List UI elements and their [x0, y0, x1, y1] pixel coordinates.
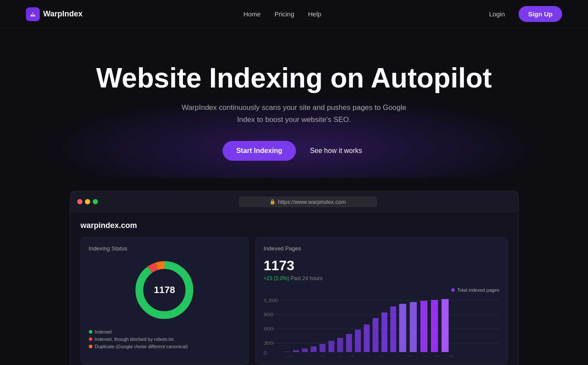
indexed-pages-title: Indexed Pages — [264, 245, 499, 252]
svg-rect-21 — [346, 334, 352, 352]
traffic-light-green — [93, 199, 98, 204]
nav-links: Home Pricing Help — [243, 10, 321, 18]
svg-text:Apr, 19: Apr, 19 — [367, 355, 384, 356]
nav-link-pricing[interactable]: Pricing — [274, 10, 294, 18]
donut-chart: 1178 — [89, 258, 241, 322]
legend-dot-blocked — [89, 337, 92, 341]
bar-chart: 1,200 900 600 300 0 — [264, 296, 499, 356]
svg-rect-28 — [410, 302, 417, 352]
indexed-change: +23 (2.0%) Past 24 hours — [264, 275, 499, 281]
svg-rect-14 — [284, 352, 290, 352]
hero-section: Website Indexing on Autopilot WarpIndex … — [0, 28, 588, 178]
svg-rect-27 — [399, 304, 406, 352]
indexed-count: 1173 — [264, 258, 499, 274]
traffic-lights — [77, 199, 98, 204]
svg-rect-22 — [355, 330, 361, 352]
logo-text: WarpIndex — [43, 9, 82, 19]
svg-rect-31 — [442, 299, 449, 352]
lock-icon: 🔒 — [270, 199, 276, 205]
legend-label-blocked: Indexed, though blocked by robots.txt — [95, 337, 174, 342]
indexed-change-period: Past 24 hours — [290, 275, 322, 281]
nav-actions: Login Sign Up — [482, 6, 562, 22]
legend-item-indexed: Indexed — [89, 329, 241, 334]
legend-item-duplicate: Duplicate (Google chose different canoni… — [89, 344, 241, 349]
browser-chrome: 🔒 https://www.warpindex.com — [70, 191, 519, 212]
legend: Indexed Indexed, though blocked by robot… — [89, 329, 241, 349]
legend-label-indexed: Indexed — [95, 329, 112, 334]
svg-text:Apr, 17: Apr, 17 — [338, 355, 355, 356]
legend-label-duplicate: Duplicate (Google chose different canoni… — [95, 344, 188, 349]
browser-mockup: 🔒 https://www.warpindex.com warpindex.co… — [61, 191, 527, 365]
donut-value: 1178 — [154, 284, 175, 296]
see-how-button[interactable]: See how it works — [306, 141, 365, 161]
indexed-change-positive: +23 (2.0%) — [264, 275, 289, 281]
logo[interactable]: WarpIndex — [26, 7, 82, 21]
svg-rect-19 — [328, 341, 334, 352]
svg-text:300: 300 — [264, 341, 274, 346]
dashboard-grid: Indexing Status 1178 — [81, 237, 508, 365]
svg-text:900: 900 — [264, 312, 274, 318]
svg-text:0: 0 — [264, 351, 267, 356]
bar-chart-svg: 1,200 900 600 300 0 — [264, 296, 499, 356]
svg-rect-26 — [390, 306, 396, 352]
traffic-light-yellow — [85, 199, 90, 204]
svg-text:Apr, 15: Apr, 15 — [308, 355, 325, 356]
nav-link-help[interactable]: Help — [308, 10, 321, 18]
svg-rect-17 — [311, 346, 317, 352]
svg-text:1,200: 1,200 — [264, 298, 279, 303]
hero-title: Website Indexing on Autopilot — [9, 63, 579, 93]
site-name: warpindex.com — [81, 221, 508, 230]
svg-text:600: 600 — [264, 327, 274, 332]
chart-legend: Total indexed pages — [264, 287, 499, 293]
signup-button[interactable]: Sign Up — [519, 6, 562, 22]
traffic-light-red — [77, 199, 82, 204]
login-button[interactable]: Login — [482, 7, 512, 21]
svg-point-0 — [31, 13, 34, 16]
svg-rect-30 — [431, 300, 438, 352]
chart-legend-dot — [451, 288, 455, 292]
svg-rect-20 — [337, 338, 343, 352]
svg-rect-25 — [381, 312, 387, 352]
svg-text:Apr, 25: Apr, 25 — [437, 355, 453, 356]
svg-rect-24 — [373, 318, 379, 352]
svg-rect-15 — [293, 350, 299, 352]
start-indexing-button[interactable]: Start Indexing — [223, 141, 296, 161]
indexed-pages-card: Indexed Pages 1173 +23 (2.0%) Past 24 ho… — [255, 237, 507, 365]
svg-rect-29 — [420, 301, 427, 352]
browser-content: warpindex.com Indexing Status — [70, 212, 519, 365]
nav-link-home[interactable]: Home — [243, 10, 261, 18]
indexing-status-card: Indexing Status 1178 — [81, 237, 249, 365]
svg-rect-18 — [320, 344, 326, 352]
svg-text:Apr, 21: Apr, 21 — [396, 355, 413, 356]
legend-dot-duplicate — [89, 345, 92, 348]
hero-subtitle: WarpIndex continuously scans your site a… — [173, 102, 415, 125]
chart-legend-label: Total indexed pages — [457, 287, 500, 293]
url-bar: 🔒 https://www.warpindex.com — [239, 197, 377, 207]
svg-rect-23 — [364, 324, 370, 352]
url-text: https://www.warpindex.com — [278, 199, 346, 205]
svg-rect-16 — [302, 349, 308, 352]
logo-icon — [26, 7, 40, 21]
svg-text:Apr, 13: Apr, 13 — [276, 355, 292, 356]
legend-dot-indexed — [89, 330, 92, 334]
hero-buttons: Start Indexing See how it works — [9, 141, 579, 161]
indexing-status-title: Indexing Status — [89, 245, 241, 252]
navbar: WarpIndex Home Pricing Help Login Sign U… — [0, 0, 588, 28]
legend-item-blocked: Indexed, though blocked by robots.txt — [89, 337, 241, 342]
